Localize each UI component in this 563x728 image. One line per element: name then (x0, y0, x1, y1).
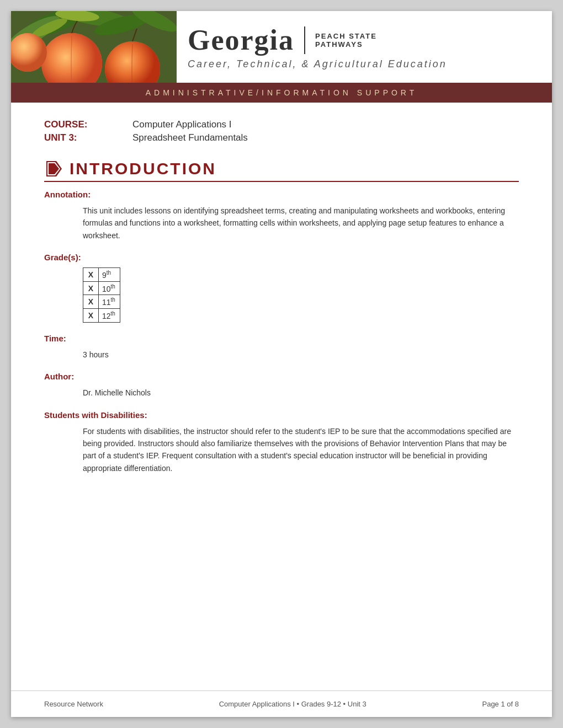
grade-value: 10th (99, 281, 120, 295)
time-value: 3 hours (83, 349, 519, 361)
georgia-title: Georgia (188, 24, 294, 56)
course-row-2: UNIT 3: Spreadsheet Fundamentals (44, 132, 519, 143)
author-label: Author: (44, 372, 519, 381)
peach-image (11, 11, 177, 83)
grades-label: Grade(s): (44, 253, 519, 262)
intro-icon (44, 159, 64, 179)
main-content: COURSE: Computer Applications I UNIT 3: … (11, 103, 552, 690)
grade-row: X 11th (83, 295, 120, 309)
brand-divider (304, 26, 305, 54)
unit-label: UNIT 3: (44, 132, 132, 143)
grade-value: 11th (99, 295, 120, 309)
grade-check: X (83, 295, 99, 309)
annotation-text: This unit includes lessons on identifyin… (83, 205, 519, 242)
course-label: COURSE: (44, 119, 132, 130)
time-label: Time: (44, 334, 519, 343)
peach-state-pathways: Peach State Pathways (315, 32, 377, 49)
grade-value: 9th (99, 268, 120, 282)
page: Georgia Peach State Pathways Career, Tec… (11, 11, 552, 717)
ctae-text: Career, Technical, & Agricultural Educat… (188, 58, 541, 70)
grade-row: X 12th (83, 309, 120, 323)
grade-row: X 10th (83, 281, 120, 295)
grade-value: 12th (99, 309, 120, 323)
intro-title: Introduction (70, 159, 216, 178)
intro-header: Introduction (44, 159, 519, 182)
course-name: Computer Applications I (132, 119, 232, 130)
disabilities-label: Students with Disabilities: (44, 410, 519, 420)
grade-row: X 9th (83, 268, 120, 282)
disabilities-text: For students with disabilities, the inst… (83, 425, 519, 475)
author-value: Dr. Michelle Nichols (83, 387, 519, 399)
page-header: Georgia Peach State Pathways Career, Tec… (11, 11, 552, 103)
peach-state-top: Peach State (315, 32, 377, 40)
header-branding: Georgia Peach State Pathways Career, Tec… (177, 24, 552, 70)
footer-right: Page 1 of 8 (482, 700, 519, 708)
annotation-content: This unit includes lessons on identifyin… (44, 205, 519, 242)
peach-state-bottom: Pathways (315, 40, 377, 49)
grade-check: X (83, 268, 99, 282)
grade-check: X (83, 281, 99, 295)
grades-content: X 9th X 10th X 11th X 12th (44, 267, 519, 323)
author-content: Dr. Michelle Nichols (44, 387, 519, 399)
footer-left: Resource Network (44, 700, 103, 708)
grade-table: X 9th X 10th X 11th X 12th (83, 267, 120, 323)
time-content: 3 hours (44, 349, 519, 361)
annotation-label: Annotation: (44, 190, 519, 199)
course-row-1: COURSE: Computer Applications I (44, 119, 519, 130)
disabilities-content: For students with disabilities, the inst… (44, 425, 519, 475)
grade-check: X (83, 309, 99, 323)
intro-section: Introduction Annotation: This unit inclu… (44, 159, 519, 474)
course-info: COURSE: Computer Applications I UNIT 3: … (44, 119, 519, 143)
page-footer: Resource Network Computer Applications I… (11, 690, 552, 717)
admin-banner: Administrative/Information Support (11, 83, 552, 103)
footer-center: Computer Applications I • Grades 9-12 • … (219, 700, 367, 708)
unit-name: Spreadsheet Fundamentals (132, 132, 248, 143)
